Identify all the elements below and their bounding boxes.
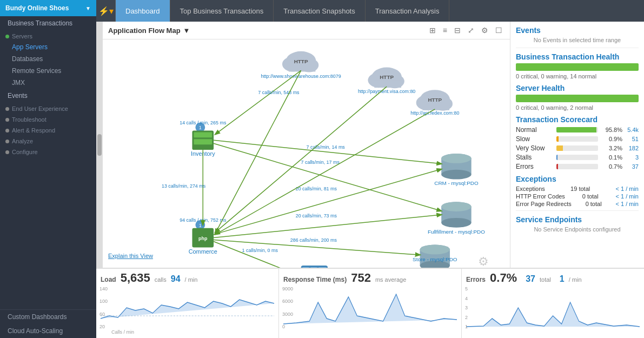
tab-top-business[interactable]: Top Business Transactions xyxy=(170,0,274,22)
configure-dot xyxy=(5,150,9,154)
scorecard-row-label: Slow xyxy=(516,135,554,143)
tab-snapshots[interactable]: Transaction Snapshots xyxy=(274,0,365,22)
tab-analysis[interactable]: Transaction Analysis xyxy=(366,0,450,22)
svg-text:php: php xyxy=(198,236,208,241)
load-header: Load 5,635 calls 94 / min xyxy=(101,271,274,285)
http3-label: HTTP xyxy=(428,97,442,103)
errors-value: 0.7% xyxy=(490,271,517,285)
sidebar-item-cloud-auto-scaling[interactable]: Cloud Auto-Scaling xyxy=(0,324,96,338)
svg-point-17 xyxy=(441,170,471,180)
sidebar-item-databases[interactable]: Databases xyxy=(0,53,96,65)
server-health-label: 0 critical, 0 warning, 2 normal xyxy=(516,104,639,111)
edge-com-crm xyxy=(214,169,441,235)
scorecard-row: Very Slow 3.2% 182 xyxy=(516,144,639,152)
sidebar-item-events[interactable]: Events xyxy=(0,89,96,103)
response-panel: Response Time (ms) 752 ms average 9000 6… xyxy=(279,269,462,338)
flow-icon-table[interactable]: ⊟ xyxy=(452,25,463,36)
scorecard-row-label: Very Slow xyxy=(516,144,554,152)
exception-row: Exceptions 19 total < 1 / min xyxy=(516,185,639,192)
http1-url: http://www.shoewarehouse.com:8079 xyxy=(261,74,341,79)
scorecard-row-bar-bg xyxy=(556,155,598,160)
scorecard-row-pct: 3.2% xyxy=(601,145,622,151)
lightning-icon: ⚡▾ xyxy=(96,0,116,22)
svg-point-18 xyxy=(441,154,471,163)
edge-label-com-fulfill: 20 calls/min, 73 ms xyxy=(296,213,337,218)
sidebar-item-remote-services[interactable]: Remote Services xyxy=(0,65,96,77)
svg-point-24 xyxy=(420,244,450,254)
flow-scrollbar[interactable] xyxy=(96,22,103,268)
flow-icon-list[interactable]: ≡ xyxy=(441,25,449,36)
scrollbar-thumb xyxy=(97,134,102,156)
scorecard-row-bar xyxy=(556,127,596,132)
flow-icon-expand[interactable]: ⤢ xyxy=(466,25,476,36)
edge-http1-inventory xyxy=(215,70,301,134)
exception-row: HTTP Error Codes 0 total < 1 / min xyxy=(516,193,639,200)
flow-svg-container: HTTP http://www.shoewarehouse.com:8079 H… xyxy=(103,39,510,261)
servers-dot xyxy=(5,35,9,38)
sidebar-item-troubleshoot[interactable]: Troubleshoot xyxy=(0,114,96,124)
sidebar-item-business-transactions[interactable]: Business Transactions xyxy=(0,16,96,30)
response-header: Response Time (ms) 752 ms average xyxy=(283,271,457,285)
tab-dashboard[interactable]: Dashboard xyxy=(116,0,170,22)
store-label: Store - mysql:PDO xyxy=(413,256,457,262)
http3-url: http://api.fedex.com:80 xyxy=(410,110,459,116)
inventory-calls: 14 calls / min, 265 ms xyxy=(180,120,227,125)
troubleshoot-dot xyxy=(5,118,9,122)
scorecard-row-pct: 0.1% xyxy=(601,154,622,161)
edge-label-com-crm: 20 calls/min, 81 ms xyxy=(296,186,337,191)
sidebar-section-servers[interactable]: Servers xyxy=(0,30,96,41)
server-health-bar-container xyxy=(516,95,639,102)
response-value: 752 xyxy=(351,271,371,285)
biz-health-label: 0 critical, 0 warning, 14 normal xyxy=(516,73,639,79)
flow-title-arrow: ▼ xyxy=(183,26,190,35)
sidebar-item-analyze[interactable]: Analyze xyxy=(0,135,96,146)
errors-y-labels: 5 4 3 2 1 xyxy=(465,286,468,329)
load-unit: calls xyxy=(155,276,167,283)
flow-title[interactable]: Application Flow Map ▼ xyxy=(108,26,190,35)
response-title: Response Time (ms) xyxy=(283,276,347,283)
analyze-dot xyxy=(5,140,9,143)
end-user-dot xyxy=(5,107,9,111)
scorecard-row-pct: 95.8% xyxy=(601,127,622,133)
flow-icon-settings[interactable]: ⚙ xyxy=(479,25,490,36)
edge-label-inv-fulfill: 7 calls/min, 17 ms xyxy=(301,160,340,165)
edge-label-com-memcache: 1 calls/min, 0 ms xyxy=(242,248,278,253)
app-title[interactable]: Bundy Online Shoes ▼ xyxy=(0,0,96,16)
edge-label-1: 7 calls/min, 543 ms xyxy=(258,90,300,95)
scorecard-title: Transaction Scorecard xyxy=(516,115,639,124)
svg-rect-13 xyxy=(194,139,212,144)
scorecard-row-label: Errors xyxy=(516,163,554,170)
errors-header: Errors 0.7% 37 total 1 / min xyxy=(466,271,640,285)
sidebar-item-alert-respond[interactable]: Alert & Respond xyxy=(0,124,96,135)
svg-text:1: 1 xyxy=(199,223,202,228)
flow-icon-grid[interactable]: ⊞ xyxy=(427,25,438,36)
flow-icon-close[interactable]: ☐ xyxy=(493,25,504,36)
errors-chart-svg xyxy=(466,286,640,329)
sidebar-item-app-servers[interactable]: App Servers xyxy=(0,41,96,53)
response-unit: ms average xyxy=(375,276,406,283)
app-title-arrow: ▼ xyxy=(85,5,91,11)
scorecard-row-bar-bg xyxy=(556,136,598,142)
svg-rect-6 xyxy=(374,80,401,88)
sidebar-item-custom-dashboards[interactable]: Custom Dashboards xyxy=(0,310,96,324)
exc-total: 19 total xyxy=(570,185,590,192)
http2-url: http://payment.visa.com:80 xyxy=(358,89,415,94)
flow-map-svg: HTTP http://www.shoewarehouse.com:8079 H… xyxy=(103,39,510,268)
svg-point-20 xyxy=(441,218,471,228)
edge-inv-fulfill xyxy=(214,143,441,211)
explain-link[interactable]: Explain this View xyxy=(108,253,153,259)
scorecard-row: Slow 0.9% 51 xyxy=(516,135,639,143)
sidebar-item-end-user-experience[interactable]: End User Experience xyxy=(0,103,96,114)
scorecard-row-bar-bg xyxy=(556,145,598,151)
scorecard-row-num: 182 xyxy=(622,145,639,151)
scorecard-row-bar xyxy=(556,145,563,151)
errors-chart: 5 4 3 2 1 xyxy=(466,286,640,329)
sidebar-item-jmx[interactable]: JMX xyxy=(0,77,96,89)
no-events-text: No Events in selected time range xyxy=(516,37,639,43)
scorecard-row-num: 5.4k xyxy=(622,127,639,133)
sidebar-item-configure[interactable]: Configure xyxy=(0,146,96,157)
no-endpoints-text: No Service Endpoints configured xyxy=(516,226,639,233)
load-panel: Load 5,635 calls 94 / min 140 100 60 20 xyxy=(96,269,279,338)
scorecard-row-bar xyxy=(556,164,558,169)
server-health-title: Server Health xyxy=(516,84,639,92)
